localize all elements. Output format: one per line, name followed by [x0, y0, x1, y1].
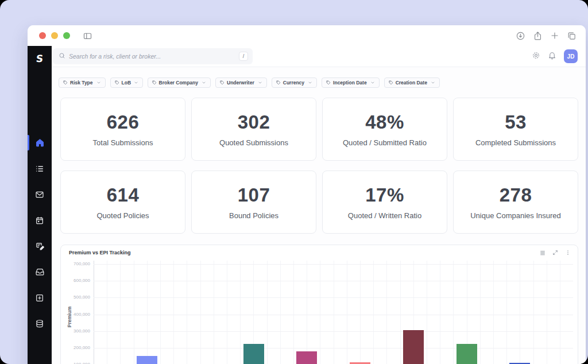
minimize-window-button[interactable]: [51, 32, 58, 39]
sidebar-toggle-icon[interactable]: [83, 31, 92, 41]
tag-icon: [326, 80, 331, 85]
gridline: [94, 297, 573, 298]
browser-titlebar: [28, 25, 586, 46]
stat-label: Quoted / Submitted Ratio: [343, 138, 427, 147]
tag-icon: [152, 80, 157, 85]
sidebar-item-home[interactable]: [28, 130, 52, 156]
y-axis-tick-label: 300,000: [61, 328, 90, 334]
chevron-down-icon: [431, 80, 435, 85]
stat-value: 53: [505, 111, 527, 133]
chevron-down-icon: [308, 80, 312, 85]
user-avatar[interactable]: JD: [564, 49, 578, 63]
stat-value: 626: [107, 111, 140, 133]
gridline: [94, 281, 573, 281]
chevron-down-icon: [370, 80, 375, 85]
search-input[interactable]: [69, 53, 239, 60]
app-logo: S: [36, 53, 44, 64]
chart-bar[interactable]: [243, 344, 264, 364]
titlebar-actions: [516, 31, 577, 41]
filter-chip-currency[interactable]: Currency: [272, 78, 317, 88]
y-axis-tick-label: 500,000: [61, 295, 90, 300]
stat-value: 107: [238, 184, 270, 206]
gridline: [94, 315, 573, 315]
tag-icon: [389, 80, 393, 85]
sidebar-item-calendar[interactable]: [28, 207, 52, 233]
filter-chip-label: Creation Date: [396, 80, 427, 86]
settings-gear-icon[interactable]: [532, 51, 540, 62]
stat-value: 614: [107, 184, 140, 206]
vertical-gridlines: [94, 261, 573, 364]
zoom-window-button[interactable]: [63, 32, 70, 39]
gridline: [94, 348, 573, 348]
filter-chip-inception-date[interactable]: Inception Date: [322, 78, 380, 88]
sidebar-item-mail[interactable]: [28, 181, 52, 207]
search-shortcut-badge: /: [239, 52, 248, 61]
kpi-cards: 626 Total Submissions 302 Quoted Submiss…: [60, 98, 578, 234]
stat-card-unique-companies: 278 Unique Companies Insured: [453, 171, 578, 234]
mail-icon: [35, 190, 44, 199]
filter-chip-broker-company[interactable]: Broker Company: [148, 78, 211, 88]
filter-bar: Risk Type LoB Broker Company: [52, 67, 586, 88]
stat-value: 48%: [365, 111, 404, 133]
chevron-down-icon: [258, 80, 262, 85]
chevron-down-icon: [134, 80, 138, 85]
notes-edit-icon: [35, 241, 45, 251]
stat-value: 17%: [365, 184, 404, 206]
stat-label: Quoted Submissions: [219, 138, 288, 147]
close-window-button[interactable]: [39, 32, 46, 39]
chart-bar[interactable]: [350, 362, 370, 364]
browser-window: S: [28, 25, 586, 364]
stat-label: Quoted Policies: [96, 211, 149, 220]
download-icon[interactable]: [516, 31, 525, 41]
tabs-icon[interactable]: [567, 31, 577, 41]
filter-chip-label: LoB: [122, 80, 131, 86]
chart-bar[interactable]: [457, 344, 477, 364]
tag-icon: [115, 80, 119, 85]
app-sidebar: S: [28, 46, 52, 364]
chart-plot: Premium 700,000600,000500,000400,000300,…: [61, 245, 578, 364]
filter-chip-label: Underwriter: [227, 80, 254, 86]
sidebar-item-notes[interactable]: [28, 233, 52, 259]
chart-bar[interactable]: [403, 330, 424, 364]
stat-label: Quoted / Written Ratio: [348, 211, 421, 220]
stat-value: 278: [500, 184, 532, 206]
sidebar-item-add[interactable]: [28, 285, 52, 311]
y-axis-tick-label: 400,000: [61, 312, 90, 317]
new-tab-icon[interactable]: [550, 31, 559, 40]
stat-card-completed-submissions: 53 Completed Submissions: [453, 98, 578, 161]
stat-label: Bound Policies: [229, 211, 278, 220]
notifications-bell-icon[interactable]: [548, 51, 556, 62]
stat-card-quoted-policies: 614 Quoted Policies: [60, 171, 185, 234]
chevron-down-icon: [96, 80, 101, 85]
y-axis-line: [94, 261, 94, 364]
database-icon: [35, 319, 44, 328]
sidebar-item-database[interactable]: [28, 311, 52, 336]
share-icon[interactable]: [533, 31, 543, 41]
filter-chip-label: Risk Type: [70, 80, 93, 86]
calendar-icon: [35, 216, 44, 225]
global-search[interactable]: /: [53, 48, 253, 64]
tag-icon: [220, 80, 225, 85]
filter-chip-underwriter[interactable]: Underwriter: [215, 78, 267, 88]
stat-card-bound-policies: 107 Bound Policies: [191, 171, 316, 234]
sidebar-item-inbox[interactable]: [28, 259, 52, 285]
filter-chip-label: Currency: [283, 80, 304, 86]
chart-bar[interactable]: [137, 356, 157, 364]
main-content: / JD Risk: [52, 46, 586, 364]
traffic-lights: [39, 32, 70, 39]
chart-bar[interactable]: [296, 351, 317, 364]
stat-card-total-submissions: 626 Total Submissions: [60, 98, 185, 161]
stat-label: Unique Companies Insured: [470, 211, 561, 220]
filter-chip-label: Inception Date: [333, 80, 367, 86]
filter-chip-creation-date[interactable]: Creation Date: [384, 78, 440, 88]
chevron-down-icon: [202, 80, 206, 85]
premium-epi-chart-card: Premium vs EPI Tracking: [60, 245, 578, 364]
stat-value: 302: [238, 111, 270, 133]
sidebar-item-list[interactable]: [28, 156, 52, 181]
stat-card-quoted-submitted-ratio: 48% Quoted / Submitted Ratio: [322, 98, 447, 161]
tag-icon: [276, 80, 281, 85]
filter-chip-lob[interactable]: LoB: [110, 78, 143, 88]
y-axis-tick-label: 700,000: [61, 261, 90, 267]
filter-chip-risk-type[interactable]: Risk Type: [59, 78, 106, 88]
filter-chip-label: Broker Company: [159, 80, 199, 86]
